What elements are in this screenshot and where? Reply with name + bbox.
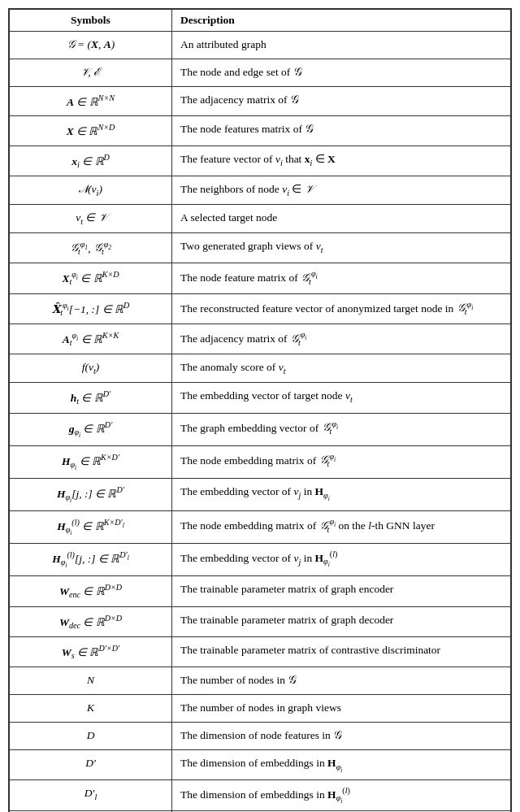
description-cell: The node feature matrix of 𝒢tφi: [172, 263, 511, 293]
symbol-cell: N: [10, 667, 172, 695]
symbol-cell: 𝒢tφ1, 𝒢tφ2: [10, 232, 172, 263]
symbol-cell: K: [10, 695, 172, 723]
symbol-cell: D: [10, 723, 172, 750]
description-cell: The trainable parameter matrix of contra…: [172, 637, 511, 667]
description-cell: The embedding vector of vj in Hφi(l): [172, 544, 511, 576]
description-cell: The graph embedding vector of 𝒢tφi: [172, 413, 511, 445]
symbol-cell: 𝒱, ℰ: [10, 59, 172, 86]
symbol-table: Symbols Description 𝒢 = (X, A)An attribu…: [8, 8, 512, 812]
symbol-cell: 𝒩(vi): [10, 176, 172, 205]
description-cell: The node features matrix of 𝒢: [172, 116, 511, 145]
description-cell: The number of nodes in 𝒢: [172, 667, 511, 695]
symbol-cell: vt ∈ 𝒱: [10, 205, 172, 233]
description-cell: The dimension of embeddings in Hφi(l): [172, 780, 511, 811]
description-cell: The node and edge set of 𝒢: [172, 59, 511, 86]
symbol-cell: Wenc ∈ ℝD×D: [10, 576, 172, 606]
symbol-cell: Ws ∈ ℝD′×D′: [10, 637, 172, 667]
symbol-cell: Wdec ∈ ℝD×D: [10, 606, 172, 636]
description-cell: The dimension of embeddings in Hφi: [172, 750, 511, 780]
symbol-cell: D′: [10, 750, 172, 780]
description-cell: An attributed graph: [172, 32, 511, 59]
symbol-cell: A ∈ ℝN×N: [10, 86, 172, 115]
symbol-cell: gφi ∈ ℝD′: [10, 413, 172, 445]
description-cell: The dimension of node features in 𝒢: [172, 723, 511, 750]
symbol-cell: Xtφi ∈ ℝK×D: [10, 263, 172, 293]
description-cell: The node embedding matrix of 𝒢tφi on the…: [172, 511, 511, 544]
description-cell: The reconstructed feature vector of anon…: [172, 293, 511, 323]
symbol-cell: Hφi ∈ ℝK×D′: [10, 445, 172, 478]
symbol-cell: xi ∈ ℝD: [10, 145, 172, 176]
description-cell: The neighbors of node vi ∈ 𝒱: [172, 176, 511, 205]
symbol-cell: X ∈ ℝN×D: [10, 116, 172, 145]
header-description: Description: [172, 10, 511, 32]
symbol-cell: ht ∈ ℝD′: [10, 383, 172, 413]
description-cell: The adjacency matrix of 𝒢tφi: [172, 324, 511, 354]
symbol-cell: f(vt): [10, 354, 172, 383]
symbol-cell: Hφi(l) ∈ ℝK×D′l: [10, 511, 172, 544]
description-cell: Two generated graph views of vt: [172, 232, 511, 263]
description-cell: The trainable parameter matrix of graph …: [172, 576, 511, 606]
description-cell: The node embedding matrix of 𝒢tφi: [172, 445, 511, 478]
description-cell: A selected target node: [172, 205, 511, 233]
symbol-cell: Hφi[j, :] ∈ ℝD′: [10, 478, 172, 510]
description-cell: The embedding vector of target node vt: [172, 383, 511, 413]
description-cell: The feature vector of vi that xi ∈ X: [172, 145, 511, 176]
description-cell: The anomaly score of vt: [172, 354, 511, 383]
description-cell: The adjacency matrix of 𝒢: [172, 86, 511, 115]
symbol-cell: Atφi ∈ ℝK×K: [10, 324, 172, 354]
description-cell: The trainable parameter matrix of graph …: [172, 606, 511, 636]
description-cell: The embedding vector of vj in Hφi: [172, 478, 511, 510]
symbol-cell: X̂tφi[−1, :] ∈ ℝD: [10, 293, 172, 323]
header-symbols: Symbols: [10, 10, 172, 32]
symbol-cell: 𝒢 = (X, A): [10, 32, 172, 59]
symbol-cell: Hφi(l)[j, :] ∈ ℝD′l: [10, 544, 172, 576]
description-cell: The number of nodes in graph views: [172, 695, 511, 723]
symbol-cell: D′l: [10, 780, 172, 811]
